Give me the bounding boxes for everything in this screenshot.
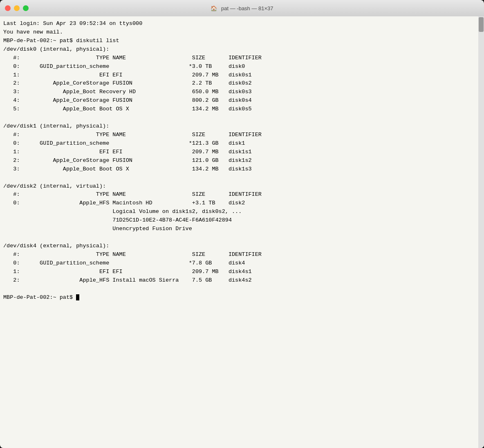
- terminal-line: /dev/disk4 (external, physical):: [3, 242, 476, 251]
- terminal-body[interactable]: Last login: Sun Apr 23 09:52:34 on ttys0…: [0, 16, 484, 305]
- terminal-line: 2: Apple_CoreStorage FUSION 121.0 GB dis…: [3, 157, 476, 165]
- terminal-line: 2: Apple_HFS Install macOS Sierra 7.5 GB…: [3, 276, 476, 285]
- terminal-line: You have new mail.: [3, 28, 476, 37]
- terminal-line: 0: GUID_partition_scheme *7.8 GB disk4: [3, 259, 476, 268]
- terminal-line: #: TYPE NAME SIZE IDENTIFIER: [3, 131, 476, 139]
- window-title: 🏠 pat — -bash — 81×37: [211, 5, 273, 11]
- terminal-line: #: TYPE NAME SIZE IDENTIFIER: [3, 54, 476, 63]
- terminal-prompt-line: MBP-de-Pat-002:~ pat$: [3, 293, 476, 302]
- terminal-line: Last login: Sun Apr 23 09:52:34 on ttys0…: [3, 20, 476, 28]
- terminal-line: 0: GUID_partition_scheme *121.3 GB disk1: [3, 139, 476, 148]
- terminal-line: /dev/disk0 (internal, physical):: [3, 45, 476, 54]
- terminal-line: 1: EFI EFI 209.7 MB disk1s1: [3, 148, 476, 157]
- terminal-line: Logical Volume on disk1s2, disk0s2, ...: [3, 208, 476, 216]
- terminal-line: 3: Apple_Boot Boot OS X 134.2 MB disk1s3: [3, 165, 476, 174]
- terminal-line: [3, 285, 476, 293]
- terminal-line: 0: GUID_partition_scheme *3.0 TB disk0: [3, 63, 476, 71]
- terminal-line: /dev/disk2 (internal, virtual):: [3, 182, 476, 191]
- terminal-line: /dev/disk1 (internal, physical):: [3, 122, 476, 131]
- maximize-button[interactable]: [23, 5, 29, 11]
- title-bar: 🏠 pat — -bash — 81×37: [0, 0, 484, 16]
- scrollbar-thumb[interactable]: [479, 17, 484, 32]
- terminal-line: 1: EFI EFI 209.7 MB disk0s1: [3, 71, 476, 80]
- close-button[interactable]: [5, 5, 11, 11]
- terminal-line: [3, 174, 476, 182]
- terminal-line: #: TYPE NAME SIZE IDENTIFIER: [3, 251, 476, 259]
- terminal-line: [3, 233, 476, 242]
- terminal-line: 1: EFI EFI 209.7 MB disk4s1: [3, 268, 476, 276]
- terminal-line: 0: Apple_HFS Macintosh HD +3.1 TB disk2: [3, 199, 476, 208]
- terminal-line: Unencrypted Fusion Drive: [3, 225, 476, 233]
- scrollbar[interactable]: [478, 16, 484, 448]
- terminal-line: 4: Apple_CoreStorage FUSION 800.2 GB dis…: [3, 96, 476, 105]
- terminal-line: 5: Apple_Boot Boot OS X 134.2 MB disk0s5: [3, 105, 476, 114]
- home-icon: 🏠: [211, 5, 217, 11]
- terminal-line: MBP-de-Pat-002:~ pat$ diskutil list: [3, 37, 476, 45]
- minimize-button[interactable]: [14, 5, 20, 11]
- terminal-line: [3, 114, 476, 122]
- cursor: [76, 294, 79, 300]
- window-controls: [5, 5, 29, 11]
- terminal-line: 2: Apple_CoreStorage FUSION 2.2 TB disk0…: [3, 79, 476, 88]
- terminal-line: #: TYPE NAME SIZE IDENTIFIER: [3, 190, 476, 199]
- window: 🏠 pat — -bash — 81×37 Last login: Sun Ap…: [0, 0, 484, 448]
- terminal-line: 3: Apple_Boot Recovery HD 650.0 MB disk0…: [3, 88, 476, 96]
- terminal-line: 71D25C1D-10E2-4B78-AC4E-F6A610F42894: [3, 216, 476, 225]
